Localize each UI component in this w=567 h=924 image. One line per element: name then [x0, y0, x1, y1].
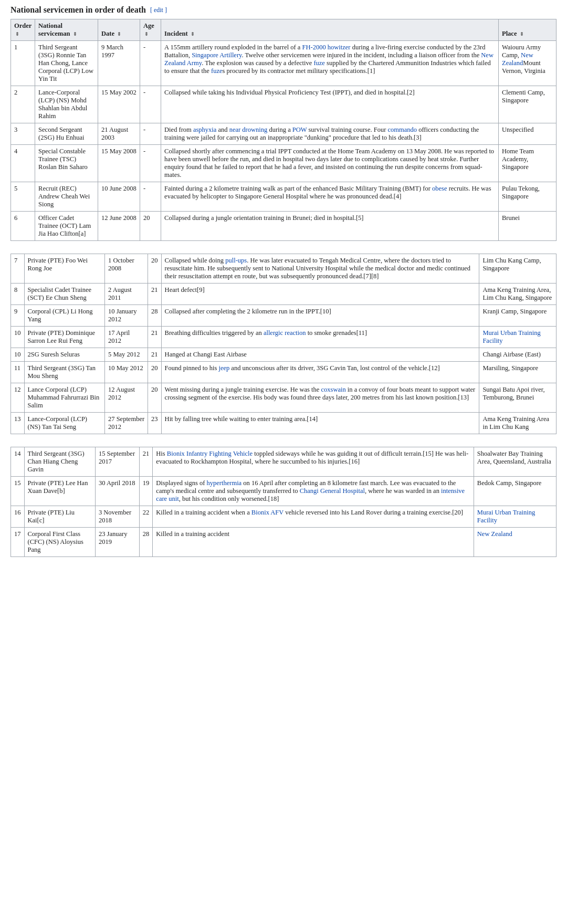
cell-order: 4	[11, 145, 35, 182]
cell-order: 12	[11, 383, 25, 413]
table-row: 4Special Constable Trainee (TSC) Roslan …	[11, 145, 556, 182]
cell-order: 6	[11, 212, 35, 241]
cell-order: 16	[11, 506, 25, 528]
cell-order: 14	[11, 447, 25, 477]
cell-name: Special Constable Trainee (TSC) Roslan B…	[35, 145, 98, 182]
cell-incident: Died from asphyxia and near drowning dur…	[161, 123, 499, 145]
incident-link[interactable]: hyperthermia	[207, 479, 242, 487]
cell-place: Kranji Camp, Singapore	[479, 305, 556, 327]
cell-place: Marsiling, Singapore	[479, 362, 556, 383]
sort-arrow-place: ⇕	[520, 32, 524, 37]
cell-date: 17 April 2012	[105, 327, 148, 348]
cell-age: 20	[140, 212, 161, 241]
place-link[interactable]: New Zealand	[502, 51, 533, 67]
table-row: 16Private (PTE) Liu Kai[c]3 November 201…	[11, 506, 556, 528]
cell-incident: Breathing difficulties triggered by an a…	[161, 327, 479, 348]
cell-place: Sungai Batu Apoi river, Temburong, Brune…	[479, 383, 556, 413]
table-row: 10Private (PTE) Dominique Sarron Lee Rui…	[11, 327, 556, 348]
page-title: National servicemen in order of death [ …	[10, 5, 556, 15]
table-row: 5Recruit (REC) Andrew Cheah Wei Siong10 …	[11, 182, 556, 212]
incident-link[interactable]: Bionix Infantry Fighting Vehicle	[167, 450, 253, 457]
cell-age: -	[140, 145, 161, 182]
cell-place: Ama Keng Training Area in Lim Chu Kang	[479, 413, 556, 434]
cell-name: Third Sergeant (3SG) Chan Hiang Cheng Ga…	[24, 447, 95, 477]
cell-age: 28	[139, 528, 153, 557]
cell-name: Second Sergeant (2SG) Hu Enhuai	[35, 123, 98, 145]
table-row: 15Private (PTE) Lee Han Xuan Dave[b]30 A…	[11, 477, 556, 506]
table-row: 14Third Sergeant (3SG) Chan Hiang Cheng …	[11, 447, 556, 477]
cell-age: 21	[148, 348, 162, 362]
table-row: 12Lance Corporal (LCP) Muhammad Fahrurra…	[11, 383, 556, 413]
incident-link[interactable]: fuze	[313, 59, 325, 67]
cell-incident: Killed in a training accident when a Bio…	[153, 506, 474, 528]
cell-incident: Killed in a training accident	[153, 528, 474, 557]
cell-date: 1 October 2008	[105, 254, 148, 284]
header-incident: Incident ⇕	[161, 19, 499, 41]
cell-name: Private (PTE) Dominique Sarron Lee Rui F…	[24, 327, 105, 348]
incident-link[interactable]: fuze	[211, 67, 223, 75]
incident-link[interactable]: Bionix AFV	[251, 509, 284, 516]
sort-arrow-name: ⇕	[73, 32, 77, 37]
sort-arrow-date: ⇕	[117, 32, 121, 37]
header-order: Order ⇕	[11, 19, 35, 41]
incident-link[interactable]: Changi General Hospital	[300, 487, 365, 495]
section-3: 14Third Sergeant (3SG) Chan Hiang Cheng …	[10, 447, 556, 557]
incident-link[interactable]: near drowning	[229, 126, 268, 133]
cell-age: 20	[148, 383, 162, 413]
cell-place: New Zealand	[474, 528, 556, 557]
cell-order: 7	[11, 254, 25, 284]
incident-link[interactable]: FH-2000 howitzer	[302, 44, 351, 51]
cell-name: Private (PTE) Liu Kai[c]	[24, 506, 95, 528]
cell-name: Lance Corporal (LCP) Muhammad Fahrurrazi…	[24, 383, 105, 413]
place-link[interactable]: New Zealand	[477, 530, 512, 538]
incident-link[interactable]: commando	[388, 126, 417, 133]
cell-incident: Went missing during a jungle training ex…	[161, 383, 479, 413]
cell-name: Officer Cadet Trainee (OCT) Lam Jia Hao …	[35, 212, 98, 241]
incident-link[interactable]: Singapore Artillery	[192, 51, 242, 59]
place-link[interactable]: Murai Urban Training Facility	[482, 329, 540, 344]
cell-incident: Heart defect[9]	[161, 284, 479, 305]
header-place: Place ⇕	[499, 19, 556, 41]
cell-order: 9	[11, 305, 25, 327]
cell-order: 10	[11, 327, 25, 348]
cell-place: Brunei	[499, 212, 556, 241]
header-date: Date ⇕	[98, 19, 140, 41]
cell-place: Bedok Camp, Singapore	[474, 477, 556, 506]
cell-name: Lance-Corporal (LCP) (NS) Mohd Shahlan b…	[35, 86, 98, 123]
incident-link[interactable]: pull-ups	[225, 257, 247, 264]
table-row: 2Lance-Corporal (LCP) (NS) Mohd Shahlan …	[11, 86, 556, 123]
cell-incident: Fainted during a 2 kilometre training wa…	[161, 182, 499, 212]
table-row: 102SG Suresh Seluras5 May 201221Hanged a…	[11, 348, 556, 362]
cell-place: Waiouru Army Camp, New ZealandMount Vern…	[499, 41, 556, 86]
table-row: 13Lance-Corporal (LCP) (NS) Tan Tai Seng…	[11, 413, 556, 434]
incident-link[interactable]: jeep	[218, 364, 229, 372]
place-link[interactable]: Murai Urban Training Facility	[477, 509, 535, 524]
cell-place: Ama Keng Training Area, Lim Chu Kang, Si…	[479, 284, 556, 305]
cell-age: -	[140, 182, 161, 212]
cell-place: Murai Urban Training Facility	[474, 506, 556, 528]
section-2: 7Private (PTE) Foo Wei Rong Joe1 October…	[10, 254, 556, 434]
cell-order: 5	[11, 182, 35, 212]
cell-order: 3	[11, 123, 35, 145]
cell-name: Recruit (REC) Andrew Cheah Wei Siong	[35, 182, 98, 212]
cell-place: Unspecified	[499, 123, 556, 145]
incident-link[interactable]: allergic reaction	[264, 329, 306, 337]
sort-arrow-incident: ⇕	[191, 32, 195, 37]
cell-incident: Collapsed while taking his Individual Ph…	[161, 86, 499, 123]
table-row: 3Second Sergeant (2SG) Hu Enhuai21 Augus…	[11, 123, 556, 145]
cell-incident: Found pinned to his jeep and unconscious…	[161, 362, 479, 383]
cell-age: 22	[139, 506, 153, 528]
incident-link[interactable]: asphyxia	[193, 126, 216, 133]
cell-age: -	[140, 123, 161, 145]
cell-place: Changi Airbase (East)	[479, 348, 556, 362]
cell-date: 3 November 2018	[95, 506, 139, 528]
cell-date: 15 May 2008	[98, 145, 140, 182]
cell-place: Clementi Camp, Singapore	[499, 86, 556, 123]
edit-link[interactable]: [ edit ]	[150, 6, 167, 14]
table-row: 11Third Sergeant (3SG) Tan Mou Sheng10 M…	[11, 362, 556, 383]
incident-link[interactable]: coxswain	[321, 386, 346, 393]
cell-order: 8	[11, 284, 25, 305]
cell-order: 1	[11, 41, 35, 86]
incident-link[interactable]: POW	[292, 126, 307, 133]
incident-link[interactable]: obese	[432, 185, 447, 192]
